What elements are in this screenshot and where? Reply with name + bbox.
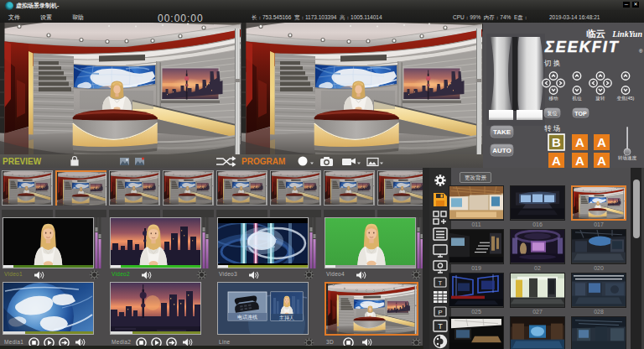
svg-text:®: ® bbox=[639, 49, 643, 54]
svg-text:转场速度: 转场速度 bbox=[618, 155, 637, 161]
svg-text:AUTO: AUTO bbox=[492, 147, 512, 154]
svg-text:临云: 临云 bbox=[586, 29, 605, 39]
svg-text:复位: 复位 bbox=[548, 111, 558, 117]
svg-text:ƩEEKFIT: ƩEEKFIT bbox=[544, 39, 620, 55]
svg-text:切 换: 切 换 bbox=[543, 59, 560, 67]
svg-text:转 场: 转 场 bbox=[544, 124, 560, 133]
svg-text:TOP: TOP bbox=[574, 111, 587, 117]
svg-text:旋转: 旋转 bbox=[595, 96, 606, 102]
svg-text:A: A bbox=[552, 154, 561, 168]
svg-text:T: T bbox=[438, 322, 443, 331]
svg-text:机位: 机位 bbox=[573, 96, 583, 102]
svg-text:A: A bbox=[597, 154, 606, 168]
svg-text:移动: 移动 bbox=[549, 96, 559, 102]
svg-text:变焦(45): 变焦(45) bbox=[617, 96, 635, 102]
svg-text:A: A bbox=[597, 135, 606, 149]
svg-text:A: A bbox=[575, 135, 584, 149]
svg-text:P: P bbox=[438, 309, 442, 316]
svg-text:A: A bbox=[575, 154, 584, 168]
svg-text:B: B bbox=[552, 135, 561, 149]
svg-text:T: T bbox=[439, 280, 443, 286]
svg-text:LinkYun: LinkYun bbox=[611, 29, 642, 39]
svg-text:TAKE: TAKE bbox=[493, 128, 512, 136]
